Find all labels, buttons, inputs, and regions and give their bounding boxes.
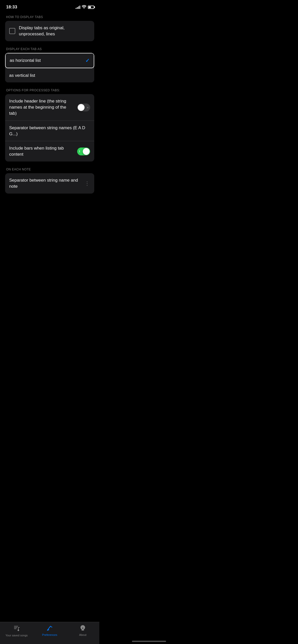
include-bars-toggle[interactable]: I — [77, 148, 90, 155]
how-to-display-tabs-card: Display tabs as original, unprocessed, l… — [5, 21, 94, 41]
signal-icon — [76, 5, 80, 9]
include-header-line-toggle-knob — [78, 104, 85, 111]
separator-string-note-row[interactable]: Separator between string name and note ⋮ — [5, 173, 94, 194]
on-each-note-label: ON EACH NOTE — [5, 168, 94, 171]
display-tabs-unprocessed-text: Display tabs as original, unprocessed, l… — [19, 25, 90, 37]
include-bars-text: Include bars when listing tab content — [9, 145, 74, 157]
display-each-tab-as-label: DISPLAY EACH TAB AS — [5, 47, 94, 51]
on-each-note-section: ON EACH NOTE Separator between string na… — [5, 168, 94, 194]
how-to-display-tabs-section: HOW TO DISPLAY TABS Display tabs as orig… — [5, 15, 94, 41]
display-tabs-unprocessed-checkbox[interactable] — [9, 28, 15, 34]
display-each-tab-as-card: as horizontal list ✓ as vertical list — [5, 53, 94, 83]
scroll-content: HOW TO DISPLAY TABS Display tabs as orig… — [0, 13, 99, 225]
wifi-icon — [82, 5, 86, 9]
options-processed-tabs-card: Include header line (the string names at… — [5, 94, 94, 162]
include-header-line-toggle[interactable]: ○ — [77, 104, 90, 111]
horizontal-list-text: as horizontal list — [10, 57, 82, 64]
vertical-list-text: as vertical list — [9, 72, 90, 79]
separator-string-names-text: Separator between string names (E A D G.… — [9, 125, 90, 137]
status-bar: 18:33 — [0, 0, 99, 13]
toggle-off-label: ○ — [87, 106, 88, 109]
separator-string-note-text: Separator between string name and note — [9, 177, 81, 189]
options-processed-tabs-section: OPTIONS FOR PROCESSED TABS: Include head… — [5, 89, 94, 162]
include-bars-toggle-knob — [83, 148, 90, 155]
how-to-display-tabs-label: HOW TO DISPLAY TABS — [5, 15, 94, 19]
status-icons — [76, 5, 94, 9]
ellipsis-menu-icon[interactable]: ⋮ — [85, 180, 90, 186]
status-time: 18:33 — [6, 5, 17, 10]
on-each-note-card: Separator between string name and note ⋮ — [5, 173, 94, 194]
vertical-list-option[interactable]: as vertical list — [5, 68, 94, 83]
display-tabs-unprocessed-row[interactable]: Display tabs as original, unprocessed, l… — [5, 21, 94, 41]
horizontal-list-checkmark: ✓ — [85, 57, 90, 64]
include-header-line-text: Include header line (the string names at… — [9, 98, 74, 116]
horizontal-list-option[interactable]: as horizontal list ✓ — [5, 53, 94, 68]
separator-string-names-row[interactable]: Separator between string names (E A D G.… — [5, 121, 94, 141]
battery-icon — [88, 6, 94, 9]
toggle-on-label: I — [79, 150, 80, 153]
include-bars-row: Include bars when listing tab content I — [5, 141, 94, 162]
options-processed-tabs-label: OPTIONS FOR PROCESSED TABS: — [5, 89, 94, 92]
include-header-line-row: Include header line (the string names at… — [5, 94, 94, 120]
display-each-tab-as-section: DISPLAY EACH TAB AS as horizontal list ✓… — [5, 47, 94, 83]
